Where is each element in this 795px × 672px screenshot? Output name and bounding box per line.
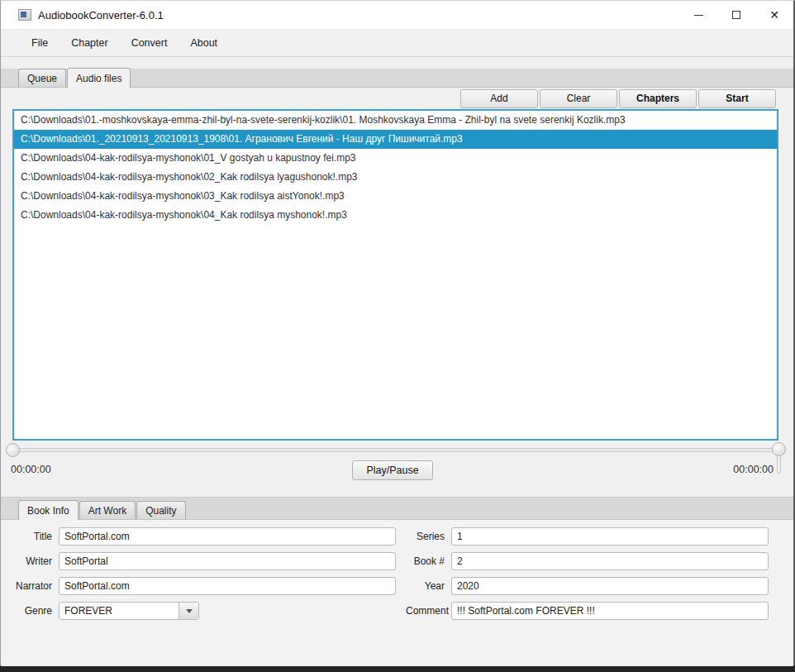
seek-area xyxy=(1,441,793,460)
window-bottom-edge xyxy=(0,665,795,672)
list-item[interactable]: C:\Downloads\01._20210913_20210913_1908\… xyxy=(14,130,777,149)
app-window: AudiobookConverter-6.0.1 ✕ File Chapter … xyxy=(0,0,795,665)
chapters-button[interactable]: Chapters xyxy=(619,89,697,108)
writer-field[interactable] xyxy=(59,552,396,570)
chevron-down-icon xyxy=(186,609,193,613)
maximize-button[interactable] xyxy=(717,1,755,29)
tab-quality[interactable]: Quality xyxy=(136,501,185,519)
menu-chapter[interactable]: Chapter xyxy=(60,34,118,52)
volume-slider-thumb[interactable] xyxy=(772,442,786,456)
book-info-panel: Title Writer Narrator Genre FOREVER xyxy=(1,520,793,666)
minimize-icon xyxy=(694,15,703,16)
series-label: Series xyxy=(406,527,451,546)
elapsed-time: 00:00:00 xyxy=(11,464,51,475)
maximize-icon xyxy=(732,11,740,19)
list-item[interactable]: C:\Downloads\04-kak-rodilsya-myshonok\04… xyxy=(14,206,777,225)
seek-slider-thumb[interactable] xyxy=(6,443,20,457)
playback-row: 00:00:00 Play/Pause 00:00:00 xyxy=(1,460,793,482)
narrator-label: Narrator xyxy=(1,577,59,595)
app-icon xyxy=(18,9,31,21)
add-button[interactable]: Add xyxy=(460,89,538,108)
menubar: File Chapter Convert About xyxy=(1,29,793,57)
toolbar: Add Clear Chapters Start xyxy=(1,88,793,109)
list-item[interactable]: C:\Downloads\04-kak-rodilsya-myshonok\01… xyxy=(14,149,777,168)
top-tabstrip: Queue Audio files xyxy=(1,69,793,88)
narrator-field[interactable] xyxy=(59,577,396,595)
tab-audio-files[interactable]: Audio files xyxy=(67,68,131,88)
titlebar: AudiobookConverter-6.0.1 ✕ xyxy=(1,1,793,29)
comment-label: Comment xyxy=(406,602,451,620)
title-field[interactable] xyxy=(59,527,396,546)
menu-file[interactable]: File xyxy=(21,34,59,52)
start-button[interactable]: Start xyxy=(698,89,776,108)
book-number-field[interactable] xyxy=(451,552,769,570)
clear-button[interactable]: Clear xyxy=(540,89,617,108)
close-icon: ✕ xyxy=(769,9,779,21)
menu-about[interactable]: About xyxy=(179,34,228,52)
list-item[interactable]: C:\Downloads\04-kak-rodilsya-myshonok\03… xyxy=(14,187,777,206)
title-label: Title xyxy=(1,527,59,546)
remaining-time: 00:00:00 xyxy=(733,464,774,475)
window-controls: ✕ xyxy=(679,1,793,29)
tab-book-info[interactable]: Book Info xyxy=(18,500,79,520)
tab-art-work[interactable]: Art Work xyxy=(79,501,136,519)
play-pause-button[interactable]: Play/Pause xyxy=(352,460,433,480)
close-button[interactable]: ✕ xyxy=(755,1,793,29)
comment-field[interactable] xyxy=(451,602,769,620)
book-number-label: Book # xyxy=(406,552,451,570)
window-title: AudiobookConverter-6.0.1 xyxy=(38,9,164,21)
spacer xyxy=(1,482,793,497)
tab-queue[interactable]: Queue xyxy=(18,69,66,87)
genre-combobox[interactable]: FOREVER xyxy=(59,602,199,620)
year-label: Year xyxy=(406,577,451,595)
genre-value: FOREVER xyxy=(60,603,179,619)
seek-slider[interactable] xyxy=(12,448,774,452)
minimize-button[interactable] xyxy=(679,1,717,29)
bottom-tabstrip: Book Info Art Work Quality xyxy=(1,497,793,520)
year-field[interactable] xyxy=(451,577,769,595)
list-item[interactable]: C:\Downloads\04-kak-rodilsya-myshonok\02… xyxy=(14,168,777,187)
series-field[interactable] xyxy=(451,527,769,546)
list-item[interactable]: C:\Downloads\01.-moshkovskaya-emma-zhil-… xyxy=(14,111,777,130)
menu-convert[interactable]: Convert xyxy=(121,34,179,52)
genre-dropdown-button[interactable] xyxy=(179,603,198,619)
genre-label: Genre xyxy=(1,602,59,620)
audio-file-list: C:\Downloads\01.-moshkovskaya-emma-zhil-… xyxy=(12,109,778,441)
writer-label: Writer xyxy=(1,552,59,570)
